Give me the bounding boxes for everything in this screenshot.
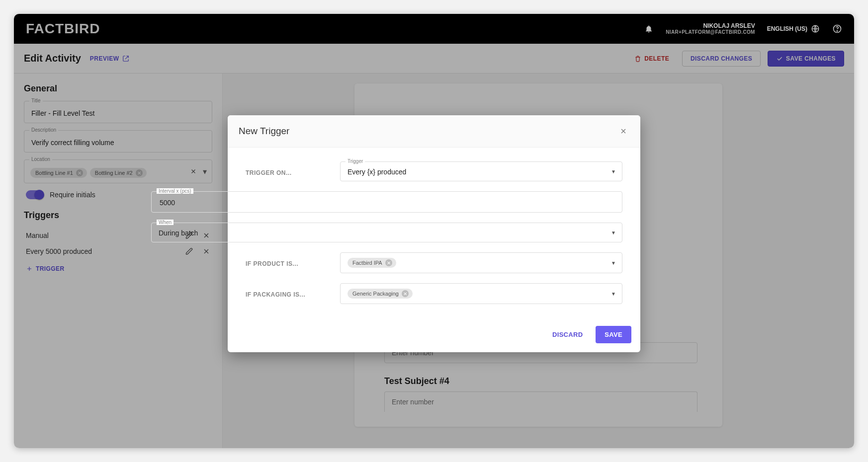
help-icon[interactable] (832, 24, 842, 34)
svg-point-2 (837, 31, 837, 31)
close-icon[interactable] (617, 125, 629, 137)
user-info[interactable]: NIKOLAJ ARSLEV NIAR+PLATFORM@FACTBIRD.CO… (666, 23, 755, 35)
user-name: NIKOLAJ ARSLEV (666, 23, 755, 29)
top-bar: FACTBIRD NIKOLAJ ARSLEV NIAR+PLATFORM@FA… (14, 14, 854, 44)
user-email: NIAR+PLATFORM@FACTBIRD.COM (666, 29, 755, 35)
new-trigger-modal: New Trigger TRIGGER ON... Trigger Every … (228, 115, 640, 352)
chip-label: Factbird IPA (352, 260, 382, 266)
globe-icon (810, 24, 820, 34)
trigger-select-value: Every {x} produced (347, 168, 604, 176)
language-selector[interactable]: ENGLISH (US) (767, 24, 820, 34)
interval-field-label: Interval x (pcs) (157, 188, 193, 194)
packaging-label: IF PACKAGING IS... (246, 283, 340, 298)
remove-chip-icon[interactable]: ✕ (385, 259, 392, 266)
interval-field[interactable]: Interval x (pcs) (151, 191, 622, 213)
product-chip: Factbird IPA ✕ (347, 258, 396, 268)
language-label: ENGLISH (US) (767, 25, 807, 32)
trigger-select-label: Trigger (346, 158, 365, 164)
packaging-chip: Generic Packaging ✕ (347, 289, 413, 299)
chevron-down-icon: ▼ (611, 230, 616, 235)
when-select-label: When (157, 220, 174, 225)
product-select[interactable]: Factbird IPA ✕ ▼ (340, 252, 622, 273)
when-select-value: During batch (159, 229, 604, 237)
bell-icon[interactable] (644, 24, 654, 34)
trigger-on-label: TRIGGER ON... (246, 161, 340, 176)
remove-chip-icon[interactable]: ✕ (402, 290, 409, 297)
brand-logo: FACTBIRD (26, 21, 100, 37)
chevron-down-icon: ▼ (611, 291, 616, 297)
modal-discard-button[interactable]: DISCARD (545, 326, 590, 343)
trigger-select[interactable]: Trigger Every {x} produced ▼ (340, 161, 622, 181)
chevron-down-icon: ▼ (611, 260, 616, 266)
modal-title: New Trigger (239, 126, 289, 137)
chip-label: Generic Packaging (352, 291, 399, 297)
modal-save-button[interactable]: SAVE (596, 326, 631, 343)
product-label: IF PRODUCT IS... (246, 252, 340, 267)
chevron-down-icon: ▼ (611, 169, 616, 174)
packaging-select[interactable]: Generic Packaging ✕ ▼ (340, 283, 622, 304)
when-select[interactable]: When During batch ▼ (151, 223, 622, 242)
interval-input[interactable] (159, 198, 604, 207)
